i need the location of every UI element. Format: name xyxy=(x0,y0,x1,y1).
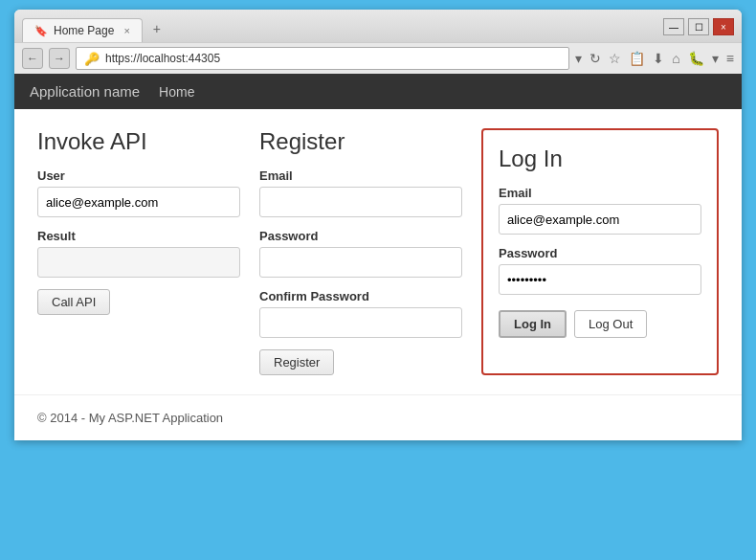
user-label: User xyxy=(37,168,240,183)
login-email-label: Email xyxy=(499,186,701,200)
register-button[interactable]: Register xyxy=(259,349,334,375)
result-label: Result xyxy=(37,229,240,243)
navbar: Application name Home xyxy=(14,74,742,109)
nav-home-link[interactable]: Home xyxy=(159,84,194,100)
home-icon[interactable]: ⌂ xyxy=(672,51,679,66)
clipboard-icon[interactable]: 📋 xyxy=(629,51,645,66)
dropdown-icon[interactable]: ▾ xyxy=(575,51,582,66)
invoke-api-title: Invoke API xyxy=(37,128,240,155)
logout-button[interactable]: Log Out xyxy=(574,310,647,338)
register-email-label: Email xyxy=(259,168,462,183)
lock-icon: 🔑 xyxy=(84,52,100,66)
register-title: Register xyxy=(259,128,462,155)
main-content: Invoke API User Result Call API Register… xyxy=(14,109,742,394)
menu-dropdown-icon[interactable]: ▾ xyxy=(712,51,719,66)
register-password-label: Password xyxy=(259,229,462,243)
login-button[interactable]: Log In xyxy=(499,310,567,338)
login-title: Log In xyxy=(499,146,701,172)
user-input[interactable] xyxy=(37,187,240,217)
minimize-button[interactable]: — xyxy=(663,18,684,35)
register-confirm-label: Confirm Password xyxy=(259,289,462,303)
extensions-icon[interactable]: 🐛 xyxy=(688,51,704,66)
register-confirm-input[interactable] xyxy=(259,307,462,338)
login-password-label: Password xyxy=(499,246,701,260)
title-bar: 🔖 Home Page × + — ☐ × xyxy=(14,10,742,42)
register-password-input[interactable] xyxy=(259,247,462,278)
active-tab[interactable]: 🔖 Home Page × xyxy=(22,18,143,42)
refresh-icon[interactable]: ↻ xyxy=(589,51,601,66)
login-buttons: Log In Log Out xyxy=(499,310,701,338)
tab-close-button[interactable]: × xyxy=(123,25,129,36)
tab-title: Home Page xyxy=(54,24,114,37)
forward-button[interactable]: → xyxy=(49,48,70,69)
address-bar: ← → 🔑 https://localhost:44305 ▾ ↻ ☆ 📋 ⬇ … xyxy=(14,42,742,74)
register-section: Register Email Password Confirm Password… xyxy=(259,128,481,375)
tab-icon: 🔖 xyxy=(34,25,48,37)
invoke-api-section: Invoke API User Result Call API xyxy=(37,128,259,375)
address-field[interactable]: 🔑 https://localhost:44305 xyxy=(76,47,569,70)
footer: © 2014 - My ASP.NET Application xyxy=(14,394,742,440)
footer-text: © 2014 - My ASP.NET Application xyxy=(37,411,223,425)
login-password-input[interactable] xyxy=(499,264,701,295)
back-button[interactable]: ← xyxy=(22,48,43,69)
download-icon[interactable]: ⬇ xyxy=(653,51,664,66)
page-content: Application name Home Invoke API User Re… xyxy=(14,74,742,440)
login-email-input[interactable] xyxy=(499,204,701,235)
login-section: Log In Email Password Log In Log Out xyxy=(481,128,719,375)
call-api-button[interactable]: Call API xyxy=(37,289,110,315)
new-tab-button[interactable]: + xyxy=(143,15,171,42)
window-close-button[interactable]: × xyxy=(713,18,734,35)
app-name: Application name xyxy=(30,83,140,100)
star-icon[interactable]: ☆ xyxy=(609,51,621,66)
register-email-input[interactable] xyxy=(259,187,462,217)
maximize-button[interactable]: ☐ xyxy=(688,18,709,35)
menu-icon[interactable]: ≡ xyxy=(726,51,734,66)
result-input xyxy=(37,247,240,278)
address-text: https://localhost:44305 xyxy=(105,52,220,65)
